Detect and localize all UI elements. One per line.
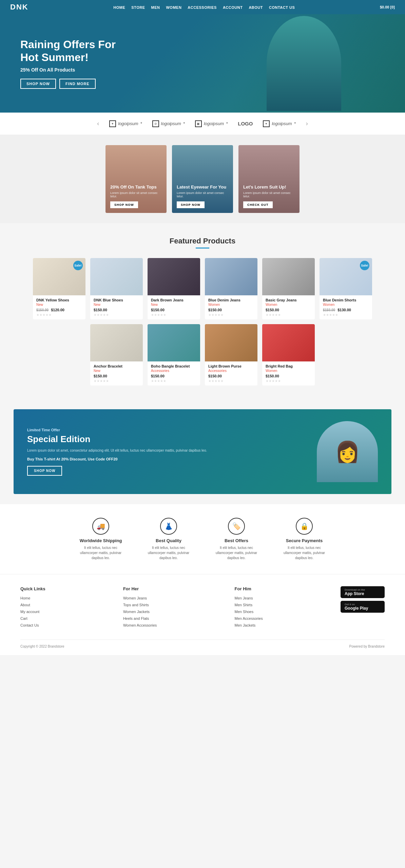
footer-for-her: For Her Women JeansTops and ShirtsWomen … <box>123 586 157 629</box>
promo-btn-3[interactable]: CHECK OUT <box>243 201 273 208</box>
list-item[interactable]: Men Jackets <box>235 623 263 628</box>
cart-icon[interactable]: $0.00 [0] <box>380 5 395 9</box>
product-stars: ★★★★★ <box>94 379 139 383</box>
list-item[interactable]: Home <box>20 595 45 600</box>
product-info: Boho Bangle Bracelet Accessories $150.00… <box>148 361 200 386</box>
nav-store[interactable]: STORE <box>131 5 145 10</box>
special-image: 👩 <box>317 421 378 482</box>
list-item[interactable]: Women Jeans <box>123 595 157 600</box>
footer-grid: Quick Links HomeAboutMy accountCartConta… <box>20 586 385 629</box>
list-item[interactable]: Cart <box>20 616 45 621</box>
footer: Quick Links HomeAboutMy accountCartConta… <box>0 574 405 655</box>
list-item[interactable]: Heels and Flats <box>123 616 157 621</box>
feature-item: 🔒 Secure Payments It elit tellus, luctus… <box>281 518 328 560</box>
brand-3: ▣ logoipsum* <box>195 120 228 127</box>
nav-about[interactable]: ABOUT <box>249 5 263 10</box>
footer-for-her-title: For Her <box>123 586 157 591</box>
brand-icon-5: ✦ <box>263 120 270 127</box>
feature-desc: It elit tellus, luctus nec ullamcorper m… <box>213 545 260 560</box>
nav-women[interactable]: WOMEN <box>166 5 181 10</box>
featured-title: Featured Products <box>14 237 391 245</box>
product-price: $150.00 <box>94 308 139 312</box>
list-item[interactable]: Women Jackets <box>123 609 157 614</box>
product-name: Basic Gray Jeans <box>266 298 311 302</box>
google-play-label: Google Play <box>345 606 381 611</box>
shop-now-button[interactable]: SHOP NOW <box>20 79 56 89</box>
app-store-label: App Store <box>345 591 381 596</box>
product-card[interactable]: Boho Bangle Bracelet Accessories $150.00… <box>148 324 200 386</box>
product-image <box>262 324 315 361</box>
feature-title: Best Quality <box>156 538 181 543</box>
feature-item: 👗 Best Quality It elit tellus, luctus ne… <box>145 518 192 560</box>
list-item[interactable]: My account <box>20 609 45 614</box>
product-category: New <box>94 369 139 373</box>
special-offer: Buy This T-shirt At 20% Discount, Use Co… <box>27 457 207 461</box>
product-info: DNK Blue Shoes New $150.00 ★★★★★ <box>90 295 143 319</box>
feature-title: Worldwide Shipping <box>80 538 122 543</box>
product-card[interactable]: Basic Gray Jeans Women $150.00 ★★★★★ <box>262 258 315 319</box>
list-item[interactable]: Tops and Shirts <box>123 602 157 607</box>
product-info: Bright Red Bag Women $150.00 ★★★★★ <box>262 361 315 386</box>
nav-menu: HOME STORE MEN WOMEN ACCESSORIES ACCOUNT… <box>113 5 295 10</box>
brand-5: ✦ logoipsum* <box>263 120 295 127</box>
product-card[interactable]: Sale! DNK Yellow Shoes New $150.00 $120.… <box>33 258 85 319</box>
product-info: Basic Gray Jeans Women $150.00 ★★★★★ <box>262 295 315 319</box>
footer-for-him: For Him Men JeansMen ShirtsMen ShoesMen … <box>235 586 263 629</box>
list-item[interactable]: Men Accessories <box>235 616 263 621</box>
promo-title-2: Latest Eyewear For You <box>177 184 228 190</box>
promo-btn-2[interactable]: SHOP NOW <box>177 201 205 208</box>
products-grid: Sale! DNK Yellow Shoes New $150.00 $120.… <box>14 258 391 386</box>
promo-section: 20% Off On Tank Tops Lorem ipsum dolor s… <box>0 135 405 223</box>
product-image: Sale! <box>320 258 372 295</box>
product-image <box>205 258 257 295</box>
promo-title-1: 20% Off On Tank Tops <box>110 184 162 190</box>
brand-4: LOGO <box>238 121 253 126</box>
list-item[interactable]: About <box>20 602 45 607</box>
product-category: Accessories <box>151 369 197 373</box>
list-item[interactable]: Men Shoes <box>235 609 263 614</box>
product-info: Dark Brown Jeans New $150.00 ★★★★★ <box>148 295 200 319</box>
special-shop-button[interactable]: SHOP NOW <box>27 466 62 476</box>
brands-next-arrow[interactable]: › <box>306 120 308 127</box>
special-content: Limited Time Offer Special Edition Lorem… <box>27 428 207 476</box>
promo-card-3: Let's Lorem Suit Up! Lorem ipsum dolor s… <box>238 145 300 213</box>
feature-icon: 🏷️ <box>228 518 245 535</box>
feature-desc: It elit tellus, luctus nec ullamcorper m… <box>77 545 124 560</box>
hero-content: Raining Offers For Hot Summer! 25% Off O… <box>20 38 129 89</box>
brands-prev-arrow[interactable]: ‹ <box>97 120 99 127</box>
promo-btn-1[interactable]: SHOP NOW <box>110 201 138 208</box>
nav-contact[interactable]: CONTACT US <box>269 5 295 10</box>
nav-men[interactable]: MEN <box>151 5 160 10</box>
product-card[interactable]: Light Brown Purse Accessories $150.00 ★★… <box>205 324 257 386</box>
product-old-price: $150.00 <box>323 308 335 312</box>
app-store-badge[interactable]: Download on the App Store <box>341 586 385 598</box>
brand-logo-4: LOGO <box>238 121 253 126</box>
product-card[interactable]: Blue Denim Jeans Women $150.00 ★★★★★ <box>205 258 257 319</box>
product-card[interactable]: DNK Blue Shoes New $150.00 ★★★★★ <box>90 258 143 319</box>
brand-icon-2: ⊘ <box>152 120 159 127</box>
product-image <box>148 258 200 295</box>
nav-account[interactable]: ACCOUNT <box>223 5 243 10</box>
product-price: $150.00 <box>151 374 197 378</box>
list-item[interactable]: Women Accessories <box>123 623 157 628</box>
product-price: $150.00 $130.00 <box>323 308 369 312</box>
nav-accessories[interactable]: ACCESSORIES <box>188 5 217 10</box>
list-item[interactable]: Contact Us <box>20 623 45 628</box>
product-image: Sale! <box>33 258 85 295</box>
product-card[interactable]: Anchor Bracelet New $150.00 ★★★★★ <box>90 324 143 386</box>
footer-for-him-title: For Him <box>235 586 263 591</box>
product-card[interactable]: Bright Red Bag Women $150.00 ★★★★★ <box>262 324 315 386</box>
list-item[interactable]: Men Jeans <box>235 595 263 600</box>
product-card[interactable]: Dark Brown Jeans New $150.00 ★★★★★ <box>148 258 200 319</box>
google-play-badge[interactable]: Get it on Google Play <box>341 601 385 613</box>
hero-image <box>203 14 405 113</box>
product-info: Anchor Bracelet New $150.00 ★★★★★ <box>90 361 143 386</box>
logo[interactable]: DNK <box>10 3 28 12</box>
list-item[interactable]: Men Shirts <box>235 602 263 607</box>
product-card[interactable]: Sale! Blue Denim Shorts Women $150.00 $1… <box>320 258 372 319</box>
nav-home[interactable]: HOME <box>113 5 125 10</box>
find-more-button[interactable]: FIND MORE <box>59 79 96 89</box>
brands-bar: ‹ ✦ logoipsum* ⊘ logoipsum* ▣ logoipsum*… <box>0 113 405 135</box>
featured-section: Featured Products Sale! DNK Yellow Shoes… <box>0 223 405 399</box>
feature-icon: 🔒 <box>296 518 313 535</box>
